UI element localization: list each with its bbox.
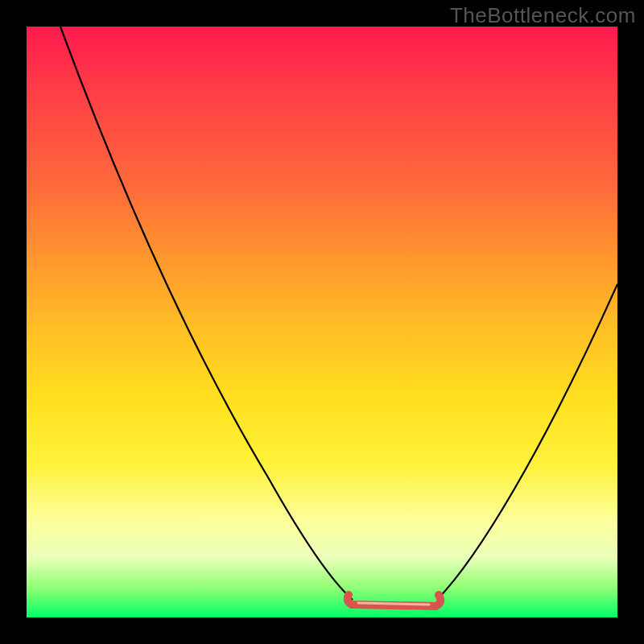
chart-container: TheBottleneck.com — [0, 0, 644, 644]
plot-area — [27, 27, 617, 617]
curve-overlay — [27, 27, 617, 617]
right-curve — [437, 284, 617, 600]
left-curve — [60, 27, 353, 600]
watermark-text: TheBottleneck.com — [450, 3, 636, 28]
bottom-segment-highlight — [358, 603, 429, 605]
